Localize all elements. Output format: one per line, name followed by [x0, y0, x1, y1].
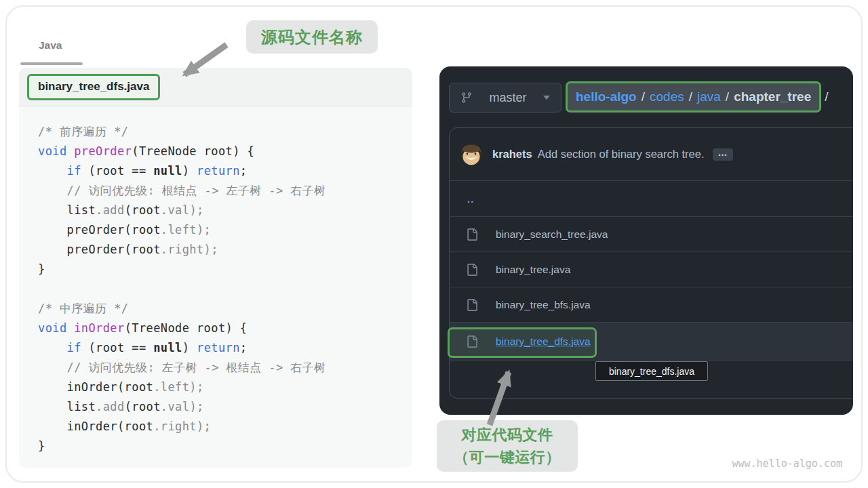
- code-token: void: [38, 321, 74, 335]
- code-token: .add: [96, 400, 125, 413]
- annotation-code-file: 对应代码文件 （可一键运行）: [437, 420, 578, 472]
- code-token: inOrder: [74, 321, 124, 335]
- file-row-binary_tree_bfs.java[interactable]: binary_tree_bfs.java: [450, 287, 853, 322]
- code-token: );: [204, 243, 218, 256]
- code-line: void inOrder(TreeNode root) {: [38, 319, 406, 338]
- code-token: .left: [153, 380, 189, 394]
- code-token: if: [67, 341, 81, 354]
- code-token: .right: [161, 243, 204, 256]
- code-token: /* 前序遍历 */: [38, 125, 128, 138]
- code-token: preOrder: [74, 144, 132, 158]
- code-block: /* 前序遍历 */void preOrder(TreeNode root) {…: [19, 106, 412, 456]
- code-token: );: [189, 380, 203, 394]
- code-token: (root: [125, 400, 161, 413]
- code-token: inOrder(root: [38, 380, 153, 394]
- code-token: void: [38, 144, 74, 158]
- code-token: .val: [161, 400, 190, 413]
- code-line: inOrder(root.right);: [38, 417, 406, 436]
- file-row-binary_search_tree.java[interactable]: binary_search_tree.java: [450, 216, 853, 251]
- parent-directory-row[interactable]: ..: [450, 180, 853, 216]
- code-token: null: [153, 164, 182, 178]
- file-tooltip: binary_tree_dfs.java: [595, 361, 708, 381]
- code-token: inOrder(root: [38, 420, 153, 433]
- code-line: preOrder(root.right);: [38, 240, 406, 260]
- breadcrumb-trailing-slash: /: [825, 89, 828, 104]
- breadcrumb: hello-algo/codes/java/chapter_tree: [566, 81, 821, 113]
- breadcrumb-segment-codes[interactable]: codes: [650, 89, 684, 104]
- code-token: (root ==: [81, 164, 153, 178]
- code-token: [38, 341, 67, 354]
- file-icon: [466, 336, 478, 348]
- code-line: void preOrder(TreeNode root) {: [38, 142, 406, 161]
- avatar[interactable]: [460, 144, 482, 165]
- code-token: (root: [125, 203, 161, 217]
- code-token: null: [153, 341, 182, 354]
- code-token: return: [197, 164, 240, 178]
- code-token: [38, 164, 67, 178]
- code-token: ;: [240, 341, 248, 354]
- file-link[interactable]: binary_tree.java: [496, 264, 570, 276]
- code-token: );: [197, 420, 211, 433]
- code-token: (TreeNode root) {: [132, 144, 254, 158]
- code-token: ): [182, 164, 197, 178]
- file-row-binary_tree.java[interactable]: binary_tree.java: [450, 251, 853, 287]
- commit-message[interactable]: Add section of binary search tree.: [538, 148, 705, 161]
- breadcrumb-separator: /: [689, 89, 692, 104]
- code-token: list: [38, 203, 96, 217]
- code-token: .add: [96, 203, 125, 217]
- code-line: preOrder(root.left);: [38, 220, 406, 240]
- code-token: preOrder(root: [38, 243, 161, 256]
- file-link[interactable]: binary_tree_bfs.java: [496, 299, 591, 311]
- github-topbar: master hello-algo/codes/java/chapter_tre…: [449, 81, 828, 113]
- code-line: inOrder(root.left);: [38, 378, 406, 397]
- code-line: if (root == null) return;: [38, 161, 406, 181]
- code-token: if: [67, 164, 81, 178]
- file-link[interactable]: binary_tree_dfs.java: [496, 336, 591, 348]
- breadcrumb-segment-hello-algo[interactable]: hello-algo: [576, 89, 637, 104]
- code-line: [38, 279, 406, 299]
- branch-name: master: [489, 91, 526, 105]
- breadcrumb-separator: /: [726, 89, 729, 104]
- code-token: (root ==: [81, 341, 153, 354]
- code-token: );: [189, 400, 203, 413]
- latest-commit-row: krahets Add section of binary search tre…: [450, 128, 853, 180]
- git-branch-icon: [460, 92, 473, 104]
- file-icon: [466, 299, 478, 311]
- code-line: list.add(root.val);: [38, 201, 406, 220]
- file-row-binary_tree_dfs.java[interactable]: binary_tree_dfs.java: [450, 322, 853, 360]
- code-token: ;: [240, 164, 248, 178]
- code-token: // 访问优先级: 根结点 -> 左子树 -> 右子树: [67, 184, 326, 197]
- code-token: .val: [161, 203, 190, 217]
- annotation-code-file-line1: 对应代码文件: [437, 424, 578, 446]
- code-token: [38, 184, 67, 197]
- code-token: );: [197, 223, 211, 237]
- code-line: // 访问优先级: 根结点 -> 左子树 -> 右子树: [38, 181, 406, 201]
- source-filename-badge: binary_tree_dfs.java: [27, 74, 160, 100]
- editor-header: binary_tree_dfs.java: [19, 68, 412, 106]
- chevron-down-icon: [543, 96, 550, 100]
- code-line: // 访问优先级: 左子树 -> 根结点 -> 右子树: [38, 358, 406, 378]
- file-icon: [466, 228, 478, 241]
- code-token: }: [38, 262, 45, 276]
- code-token: return: [197, 341, 240, 354]
- watermark: www.hello-algo.com: [730, 458, 842, 470]
- parent-directory-link[interactable]: ..: [467, 193, 474, 205]
- annotation-code-file-line2: （可一键运行）: [437, 446, 578, 468]
- code-line: }: [38, 436, 406, 456]
- code-line: list.add(root.val);: [38, 397, 406, 417]
- annotation-source-filename: 源码文件名称: [246, 20, 378, 54]
- file-link[interactable]: binary_search_tree.java: [496, 228, 608, 241]
- commit-author[interactable]: krahets: [492, 148, 532, 161]
- tab-active-indicator: [20, 62, 83, 65]
- breadcrumb-segment-java[interactable]: java: [697, 89, 721, 104]
- code-token: );: [189, 203, 203, 217]
- tab-java[interactable]: Java: [39, 39, 62, 52]
- code-token: list: [38, 400, 96, 413]
- code-line: /* 中序遍历 */: [38, 299, 406, 319]
- branch-selector-button[interactable]: master: [449, 83, 561, 113]
- code-editor-panel: binary_tree_dfs.java /* 前序遍历 */void preO…: [19, 68, 412, 468]
- file-icon: [466, 264, 478, 276]
- code-token: }: [38, 439, 45, 453]
- commit-ellipsis-button[interactable]: …: [713, 148, 733, 161]
- code-token: .left: [161, 223, 197, 237]
